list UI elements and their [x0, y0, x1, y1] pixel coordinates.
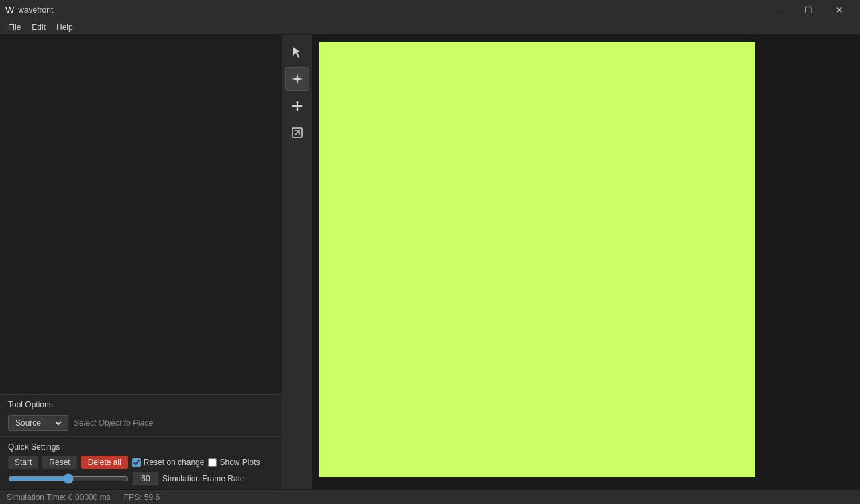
frame-rate-label: Simulation Frame Rate — [162, 474, 245, 483]
reset-on-change-label[interactable]: Reset on change — [132, 458, 205, 467]
menubar: File Edit Help — [0, 20, 860, 35]
source-select[interactable]: Source — [13, 418, 64, 428]
simulation-canvas — [319, 42, 755, 477]
main-area: Tool Options Source Select Object to Pla… — [0, 35, 860, 489]
statusbar: Simulation Time: 0.00000 ms FPS: 59.6 — [0, 489, 860, 504]
reset-on-change-checkbox[interactable] — [132, 458, 141, 467]
simulation-time: Simulation Time: 0.00000 ms — [7, 493, 111, 502]
show-plots-checkbox[interactable] — [208, 458, 217, 467]
minimize-button[interactable]: — — [762, 0, 793, 20]
tool-options-row: Source Select Object to Place — [8, 415, 274, 431]
quick-settings-buttons-row: Start Reset Delete all Reset on change S… — [8, 456, 274, 469]
panel-dark-area — [0, 35, 282, 394]
menu-file[interactable]: File — [3, 21, 26, 34]
reset-button[interactable]: Reset — [42, 456, 76, 469]
quick-settings-panel: Quick Settings Start Reset Delete all Re… — [0, 436, 282, 489]
show-plots-text: Show Plots — [219, 458, 260, 467]
fps-display: FPS: 59.6 — [124, 493, 160, 502]
cursor-icon — [290, 46, 304, 59]
source-dropdown[interactable]: Source — [8, 415, 68, 431]
menu-edit[interactable]: Edit — [26, 21, 51, 34]
export-tool-button[interactable] — [285, 121, 309, 145]
move-icon — [290, 99, 304, 113]
vertical-toolbar — [282, 35, 313, 489]
svg-marker-0 — [293, 47, 301, 58]
start-button[interactable]: Start — [8, 456, 38, 469]
tool-options-panel: Tool Options Source Select Object to Pla… — [0, 394, 282, 436]
frame-rate-slider[interactable] — [8, 473, 129, 484]
export-icon — [290, 126, 304, 139]
object-placeholder: Select Object to Place — [74, 418, 153, 428]
spark-tool-button[interactable] — [285, 67, 309, 91]
maximize-button[interactable]: ☐ — [793, 0, 824, 20]
titlebar: W wavefront — ☐ ✕ — [0, 0, 860, 20]
show-plots-label[interactable]: Show Plots — [208, 458, 260, 467]
reset-on-change-text: Reset on change — [144, 458, 205, 467]
close-button[interactable]: ✕ — [824, 0, 855, 20]
canvas-area[interactable] — [313, 35, 860, 489]
window-controls: — ☐ ✕ — [762, 0, 855, 20]
frame-rate-row: Simulation Frame Rate — [8, 472, 274, 485]
quick-settings-title: Quick Settings — [8, 442, 274, 452]
left-panel: Tool Options Source Select Object to Pla… — [0, 35, 282, 489]
spark-icon — [290, 72, 304, 86]
cursor-tool-button[interactable] — [285, 40, 309, 64]
frame-rate-input[interactable] — [133, 472, 158, 485]
menu-help[interactable]: Help — [51, 21, 78, 34]
delete-all-button[interactable]: Delete all — [81, 456, 128, 469]
tool-options-title: Tool Options — [8, 400, 274, 410]
app-title: wavefront — [18, 5, 53, 15]
app-icon: W — [5, 5, 14, 15]
move-tool-button[interactable] — [285, 94, 309, 118]
